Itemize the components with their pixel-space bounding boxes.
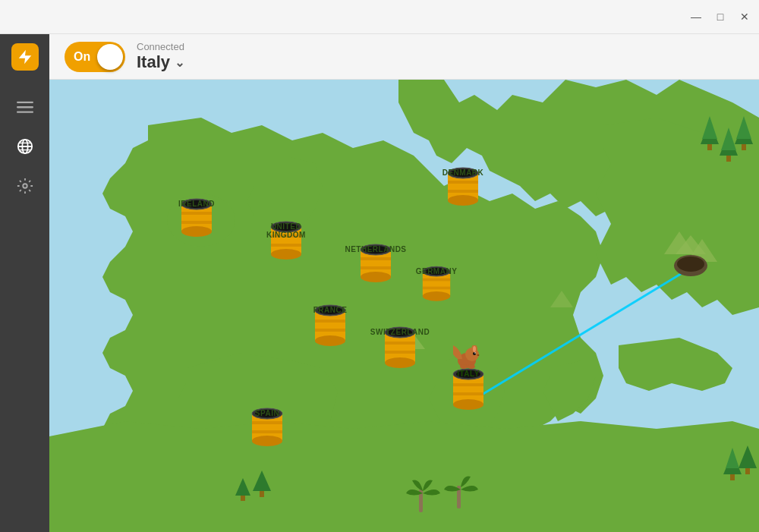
header-bar: On Connected Italy ⌄ bbox=[49, 34, 759, 80]
location-name: Italy bbox=[137, 52, 170, 72]
svg-rect-28 bbox=[742, 144, 746, 150]
map-area: IRELAND UNITED KINGDOM bbox=[49, 80, 759, 532]
svg-rect-2 bbox=[17, 112, 33, 113]
svg-point-58 bbox=[448, 195, 478, 206]
svg-rect-80 bbox=[315, 320, 345, 323]
svg-rect-31 bbox=[241, 496, 245, 501]
svg-rect-67 bbox=[361, 266, 391, 269]
svg-point-109 bbox=[252, 436, 282, 446]
svg-point-83 bbox=[318, 307, 342, 314]
barrel-denmark[interactable]: DENMARK bbox=[446, 167, 480, 206]
svg-point-48 bbox=[184, 200, 209, 208]
main-layout: IRELAND UNITED KINGDOM bbox=[0, 80, 759, 532]
svg-point-76 bbox=[425, 268, 447, 275]
close-button[interactable]: ✕ bbox=[738, 10, 751, 24]
barrel-italy[interactable]: ITALY bbox=[452, 368, 485, 413]
svg-rect-88 bbox=[385, 351, 415, 354]
svg-rect-111 bbox=[252, 430, 282, 433]
svg-point-113 bbox=[255, 410, 279, 417]
globe-icon bbox=[17, 138, 33, 155]
barrel-france[interactable]: FRANCE bbox=[313, 304, 347, 346]
toggle-knob bbox=[97, 44, 123, 70]
svg-rect-53 bbox=[271, 244, 301, 247]
sidebar-logo-area bbox=[0, 34, 49, 80]
svg-rect-22 bbox=[707, 144, 712, 150]
connection-location[interactable]: Italy ⌄ bbox=[137, 52, 184, 72]
toggle-label: On bbox=[74, 50, 90, 64]
svg-rect-46 bbox=[181, 221, 212, 224]
sidebar-nav bbox=[0, 80, 49, 213]
vpn-toggle[interactable]: On bbox=[65, 42, 125, 72]
settings-icon bbox=[17, 178, 33, 194]
svg-point-51 bbox=[271, 249, 301, 260]
svg-point-86 bbox=[385, 357, 415, 368]
svg-rect-59 bbox=[448, 181, 478, 184]
sidebar bbox=[0, 80, 49, 532]
svg-rect-52 bbox=[271, 235, 301, 238]
barrel-switzerland[interactable]: SWITZERLAND bbox=[383, 326, 417, 368]
svg-point-8 bbox=[23, 184, 27, 188]
minimize-button[interactable]: — bbox=[689, 10, 703, 24]
svg-point-65 bbox=[361, 272, 391, 282]
title-bar: — □ ✕ bbox=[0, 0, 759, 34]
svg-point-69 bbox=[364, 246, 388, 253]
barrel-netherlands[interactable]: NETHERLANDS bbox=[359, 244, 392, 283]
top-section: On Connected Italy ⌄ bbox=[0, 34, 759, 80]
svg-point-62 bbox=[451, 169, 475, 177]
svg-point-21 bbox=[677, 257, 704, 272]
svg-rect-33 bbox=[260, 491, 264, 497]
svg-rect-1 bbox=[17, 106, 33, 108]
barrel-uk[interactable]: UNITED KINGDOM bbox=[269, 221, 303, 260]
svg-point-94 bbox=[473, 346, 476, 352]
svg-rect-87 bbox=[385, 342, 415, 345]
svg-point-44 bbox=[181, 226, 212, 237]
menu-icon bbox=[17, 99, 33, 115]
svg-rect-40 bbox=[745, 468, 750, 474]
app-window: — □ ✕ On Connected bbox=[0, 0, 759, 532]
svg-point-72 bbox=[423, 291, 450, 301]
svg-point-98 bbox=[460, 364, 468, 369]
svg-rect-81 bbox=[315, 329, 345, 332]
svg-rect-45 bbox=[181, 212, 212, 215]
svg-point-97 bbox=[477, 354, 480, 356]
svg-rect-74 bbox=[423, 287, 450, 290]
svg-rect-37 bbox=[730, 474, 735, 480]
sidebar-item-globe[interactable] bbox=[0, 127, 49, 166]
connection-info: Connected Italy ⌄ bbox=[137, 41, 184, 72]
svg-rect-25 bbox=[726, 156, 731, 162]
title-bar-controls: — □ ✕ bbox=[689, 10, 751, 24]
svg-rect-60 bbox=[448, 190, 478, 193]
barrel-ireland[interactable]: IRELAND bbox=[180, 198, 213, 238]
svg-rect-66 bbox=[361, 257, 391, 260]
svg-point-99 bbox=[468, 364, 475, 369]
map-svg bbox=[49, 80, 759, 532]
svg-point-90 bbox=[388, 329, 412, 336]
svg-point-96 bbox=[474, 352, 476, 354]
barrel-germany[interactable]: GERMANY bbox=[421, 266, 452, 302]
barrel-spain[interactable]: SPAIN bbox=[250, 408, 284, 447]
svg-rect-73 bbox=[423, 279, 450, 282]
svg-point-102 bbox=[453, 399, 483, 410]
svg-rect-103 bbox=[453, 383, 483, 386]
connection-status: Connected bbox=[137, 41, 184, 52]
vpn-toggle-area: On Connected Italy ⌄ bbox=[65, 41, 184, 72]
svg-rect-104 bbox=[453, 392, 483, 395]
chevron-down-icon: ⌄ bbox=[175, 55, 184, 70]
maximize-button[interactable]: □ bbox=[713, 10, 727, 24]
svg-rect-0 bbox=[17, 102, 33, 103]
app-logo bbox=[11, 43, 39, 71]
svg-point-55 bbox=[274, 223, 298, 231]
sidebar-item-settings[interactable] bbox=[0, 166, 49, 206]
svg-point-79 bbox=[315, 335, 345, 346]
sidebar-item-menu[interactable] bbox=[0, 87, 49, 127]
svg-rect-110 bbox=[252, 421, 282, 424]
